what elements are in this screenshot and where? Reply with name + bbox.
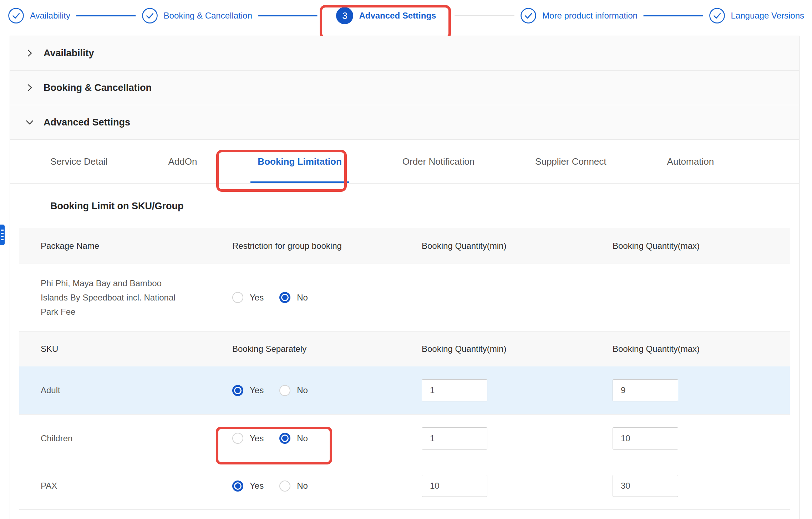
group-booking-table: Package Name Restriction for group booki… (19, 228, 790, 510)
column-header: Booking Quantity(min) (399, 241, 590, 251)
settings-panel: Availability Booking & Cancellation Adva… (10, 36, 800, 519)
step-label: Advanced Settings (359, 11, 436, 21)
accordion-availability[interactable]: Availability (10, 36, 799, 71)
section-heading: Booking Limit on SKU/Group (50, 201, 799, 212)
column-header: Booking Quantity(min) (399, 344, 590, 354)
step-advanced-settings[interactable]: 3 Advanced Settings (323, 7, 449, 24)
step-booking-cancellation[interactable]: Booking & Cancellation (142, 7, 252, 24)
accordion-title: Availability (44, 48, 94, 59)
tab-addon[interactable]: AddOn (161, 140, 204, 183)
check-circle-icon (8, 7, 24, 24)
step-label: Booking & Cancellation (164, 11, 252, 21)
radio-no-label: No (297, 481, 308, 491)
tab-booking-limitation[interactable]: Booking Limitation (250, 140, 349, 183)
radio-yes[interactable] (232, 481, 243, 492)
separately-radio-group: Yes No (210, 481, 399, 492)
column-header: SKU (19, 344, 210, 354)
tab-label: Booking Limitation (258, 156, 341, 167)
step-language-versions[interactable]: Language Versions (709, 7, 805, 24)
radio-yes-label: Yes (250, 293, 264, 303)
table-header-row: Package Name Restriction for group booki… (19, 228, 790, 264)
tab-automation[interactable]: Automation (660, 140, 721, 183)
step-connector (76, 15, 136, 16)
accordion-title: Booking & Cancellation (44, 82, 152, 93)
column-header: Booking Quantity(max) (590, 344, 785, 354)
accordion-booking-cancellation[interactable]: Booking & Cancellation (10, 71, 799, 105)
tab-label: AddOn (168, 156, 197, 167)
radio-yes-label: Yes (250, 385, 264, 395)
table-row-children: Children Yes No (19, 414, 790, 462)
check-circle-icon (142, 7, 158, 24)
booking-qty-max-input[interactable] (613, 379, 678, 401)
check-circle-icon (520, 7, 537, 24)
column-header: Package Name (19, 241, 210, 251)
step-label: Availability (30, 11, 70, 21)
chevron-down-icon (25, 118, 34, 127)
radio-no[interactable] (279, 385, 290, 396)
sku-name: Children (19, 433, 210, 443)
step-more-product-information[interactable]: More product information (520, 7, 638, 24)
table-row-pax: PAX Yes No (19, 462, 790, 510)
chevron-right-icon (25, 48, 34, 58)
tab-label: Automation (667, 156, 714, 167)
package-name: Phi Phi, Maya Bay and Bamboo Islands By … (19, 276, 176, 319)
radio-no-label: No (297, 385, 308, 395)
step-availability[interactable]: Availability (8, 7, 70, 24)
booking-qty-max-input[interactable] (613, 475, 678, 497)
sku-name: Adult (19, 385, 210, 395)
tab-service-detail[interactable]: Service Detail (43, 140, 115, 183)
floating-widget[interactable] (0, 225, 5, 245)
restriction-radio-group: Yes No (210, 292, 399, 303)
radio-no-label: No (297, 293, 308, 303)
step-label: More product information (542, 11, 638, 21)
sku-name: PAX (19, 481, 210, 491)
booking-qty-min-input[interactable] (422, 379, 487, 401)
radio-yes[interactable] (232, 433, 243, 444)
table-header-row: SKU Booking Separately Booking Quantity(… (19, 332, 790, 366)
radio-yes[interactable] (232, 292, 243, 303)
radio-yes[interactable] (232, 385, 243, 396)
column-header: Booking Quantity(max) (590, 241, 785, 251)
table-row-adult: Adult Yes No (19, 366, 790, 414)
wizard-stepper: Availability Booking & Cancellation 3 Ad… (0, 0, 812, 31)
separately-radio-group: Yes No (210, 385, 399, 396)
booking-qty-max-input[interactable] (613, 427, 678, 449)
radio-no[interactable] (279, 292, 290, 303)
step-connector (643, 15, 703, 16)
advanced-settings-content: Service Detail AddOn Booking Limitation … (10, 140, 799, 510)
radio-no[interactable] (279, 433, 290, 444)
tab-label: Supplier Connect (535, 156, 606, 167)
accordion-advanced-settings[interactable]: Advanced Settings (10, 105, 799, 140)
radio-yes-label: Yes (250, 481, 264, 491)
booking-qty-min-input[interactable] (422, 427, 487, 449)
step-connector (455, 15, 514, 16)
radio-no[interactable] (279, 481, 290, 492)
chevron-right-icon (25, 83, 34, 92)
tab-order-notification[interactable]: Order Notification (395, 140, 482, 183)
tab-label: Service Detail (50, 156, 107, 167)
column-header: Booking Separately (210, 344, 399, 354)
step-label: Language Versions (731, 11, 805, 21)
radio-yes-label: Yes (250, 433, 264, 443)
booking-qty-min-input[interactable] (422, 475, 487, 497)
check-circle-icon (709, 7, 725, 24)
separately-radio-group: Yes No (210, 433, 399, 444)
column-header: Restriction for group booking (210, 241, 399, 251)
tab-bar: Service Detail AddOn Booking Limitation … (10, 140, 799, 184)
step-connector (258, 15, 318, 16)
step-number-badge: 3 (336, 7, 353, 24)
radio-no-label: No (297, 433, 308, 443)
table-row-package: Phi Phi, Maya Bay and Bamboo Islands By … (19, 264, 790, 332)
accordion-title: Advanced Settings (44, 117, 130, 128)
tab-label: Order Notification (402, 156, 474, 167)
tab-supplier-connect[interactable]: Supplier Connect (528, 140, 613, 183)
